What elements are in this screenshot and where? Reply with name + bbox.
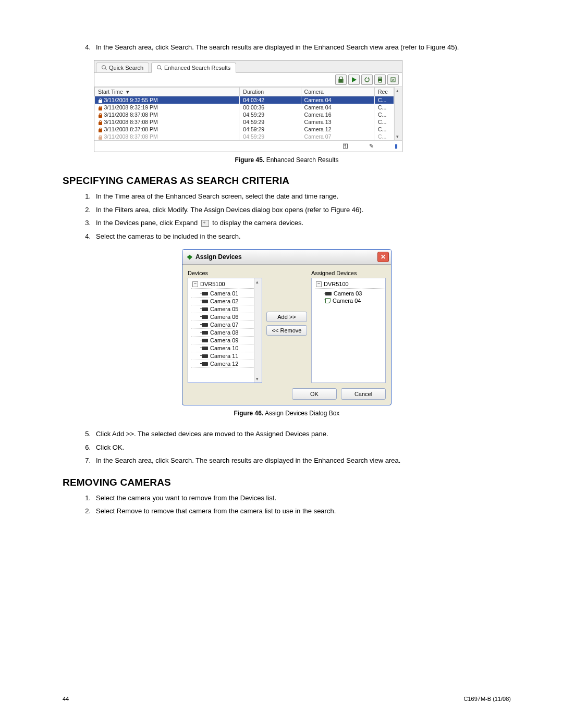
step-num: 1.	[78, 191, 96, 202]
step-text: In the Search area, click Search. The se…	[96, 42, 511, 53]
step-num: 4.	[78, 231, 96, 242]
add-button[interactable]: Add >>	[266, 312, 307, 322]
page-number: 44	[63, 696, 69, 702]
table-row[interactable]: 3/11/2008 9:32:19 PM 00:00:36Camera 04C.…	[95, 104, 394, 111]
camera-icon	[202, 347, 208, 350]
list-item[interactable]: Camera 12	[191, 360, 254, 368]
edit-icon: ✎	[369, 143, 374, 150]
lock-icon	[98, 128, 103, 132]
export-button[interactable]	[387, 75, 399, 85]
col-duration[interactable]: Duration	[240, 88, 301, 96]
search-icon	[102, 65, 107, 70]
heading-removing-cameras: REMOVING CAMERAS	[63, 477, 511, 488]
lock-button[interactable]	[335, 75, 347, 85]
camera-icon	[202, 315, 208, 319]
list-item[interactable]: Camera 04	[315, 297, 385, 304]
play-button[interactable]	[348, 75, 360, 85]
step-text: Select Remove to remove that camera from…	[96, 505, 511, 516]
assigned-devices-listbox[interactable]: −DVR5100 Camera 03 Camera 04	[311, 278, 386, 383]
table-row[interactable]: 3/11/2008 8:37:08 PM 04:59:29Camera 07C.…	[95, 133, 394, 140]
step-num: 6.	[78, 442, 96, 453]
tab-enhanced-search-results[interactable]: Enhanced Search Results	[151, 63, 236, 73]
list-item[interactable]: Camera 06	[191, 313, 254, 321]
tree-root[interactable]: −DVR5100	[191, 280, 254, 289]
assigned-devices-label: Assigned Devices	[311, 270, 386, 276]
camera-icon	[202, 339, 208, 342]
list-item[interactable]: Camera 01	[191, 290, 254, 298]
ok-button[interactable]: OK	[292, 388, 337, 400]
enhanced-search-results-panel: Quick Search Enhanced Search Results	[94, 60, 402, 152]
lock-icon	[98, 120, 103, 125]
devices-label: Devices	[188, 270, 262, 276]
col-start-time[interactable]: Start Time ▾	[95, 88, 240, 96]
svg-rect-2	[379, 77, 382, 79]
lock-icon	[98, 113, 103, 118]
tab-quick-search[interactable]: Quick Search	[96, 63, 149, 73]
tab-label: Quick Search	[109, 65, 143, 71]
assign-devices-dialog: ❖ Assign Devices ✕ Devices −DVR5100 Came…	[182, 249, 391, 405]
list-item[interactable]: Camera 08	[191, 329, 254, 337]
step-num: 7.	[78, 455, 96, 466]
list-item[interactable]: Camera 03	[315, 290, 385, 297]
camera-icon	[202, 331, 208, 335]
refresh-button[interactable]	[361, 75, 373, 85]
step-text: In the Devices pane, click Expand to dis…	[96, 217, 511, 228]
cancel-button[interactable]: Cancel	[341, 388, 386, 400]
step-text: Select the camera you want to remove fro…	[96, 492, 511, 503]
step-text: In the Time area of the Enhanced Search …	[96, 191, 511, 202]
camera-icon	[325, 298, 331, 303]
list-item[interactable]: Camera 05	[191, 305, 254, 313]
list-item[interactable]: Camera 09	[191, 337, 254, 344]
step-text: Click OK.	[96, 442, 511, 453]
col-rec[interactable]: Rec	[375, 88, 394, 96]
camera-icon	[202, 292, 208, 295]
step-num: 3.	[78, 217, 96, 228]
svg-rect-3	[379, 81, 382, 82]
step-text: Click Add >>. The selected devices are m…	[96, 428, 511, 439]
remove-button[interactable]: << Remove	[266, 325, 307, 336]
list-item[interactable]: Camera 07	[191, 321, 254, 329]
lock-icon	[98, 135, 103, 140]
bookmark-icon: ▮	[395, 143, 398, 150]
collapse-icon[interactable]: −	[192, 281, 198, 287]
lock-icon	[98, 98, 103, 103]
lock-icon	[98, 106, 103, 110]
step-num: 2.	[78, 204, 96, 215]
devices-listbox[interactable]: −DVR5100 Camera 01 Camera 02 Camera 05 C…	[188, 278, 262, 383]
table-row[interactable]: 3/11/2008 9:32:55 PM 04:03:42 Camera 04 …	[95, 96, 394, 104]
tree-root[interactable]: −DVR5100	[315, 280, 385, 289]
list-item[interactable]: Camera 10	[191, 344, 254, 352]
camera-icon	[202, 300, 208, 303]
key-icon: ⚿	[342, 143, 348, 150]
table-row[interactable]: 3/11/2008 8:37:08 PM 04:59:29Camera 13C.…	[95, 118, 394, 126]
camera-icon	[202, 307, 208, 311]
search-icon	[157, 65, 162, 70]
svg-rect-0	[339, 79, 343, 82]
step-text: Select the cameras to be included in the…	[96, 231, 511, 242]
heading-specifying-cameras: SPECIFYING CAMERAS AS SEARCH CRITERIA	[63, 175, 511, 187]
camera-icon	[202, 354, 208, 358]
list-item[interactable]: Camera 02	[191, 298, 254, 305]
doc-id: C1697M-B (11/08)	[464, 696, 511, 702]
step-text: In the Search area, click Search. The se…	[96, 455, 511, 466]
close-button[interactable]: ✕	[377, 252, 389, 262]
step-text: In the Filters area, click Modify. The A…	[96, 204, 511, 215]
step-num: 1.	[78, 492, 96, 503]
col-camera[interactable]: Camera	[301, 88, 374, 96]
camera-icon	[325, 292, 332, 295]
table-row[interactable]: 3/11/2008 8:37:08 PM 04:59:29Camera 12C.…	[95, 126, 394, 133]
step-num: 4.	[78, 42, 96, 53]
collapse-icon[interactable]: −	[316, 281, 322, 287]
list-item[interactable]: Camera 11	[191, 352, 254, 360]
scrollbar[interactable]: ▴ ▾	[394, 87, 402, 140]
app-icon: ❖	[187, 253, 193, 261]
dialog-title: Assign Devices	[195, 253, 242, 261]
camera-icon	[202, 323, 208, 327]
scrollbar[interactable]: ▴▾	[254, 278, 262, 382]
print-button[interactable]	[374, 75, 386, 85]
figure-caption: Figure 45. Enhanced Search Results	[63, 156, 511, 164]
figure-caption: Figure 46. Assign Devices Dialog Box	[63, 410, 511, 417]
table-row[interactable]: 3/11/2008 8:37:08 PM 04:59:29Camera 16C.…	[95, 111, 394, 118]
step-num: 5.	[78, 428, 96, 439]
expand-icon	[201, 220, 209, 227]
